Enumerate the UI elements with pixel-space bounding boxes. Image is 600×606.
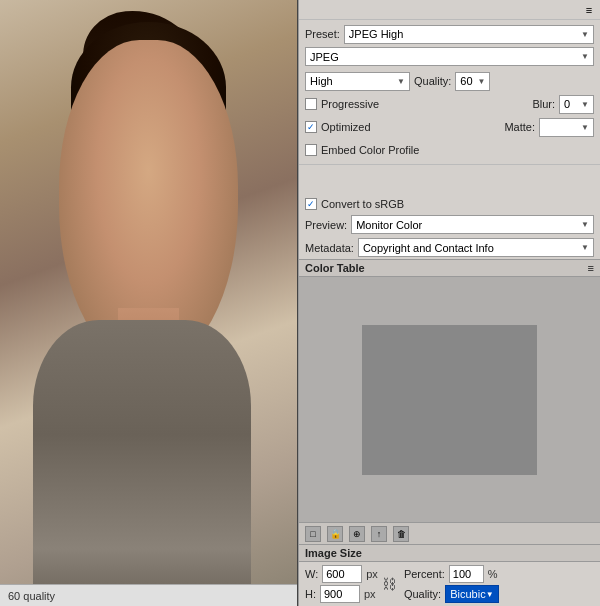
format-arrow: ▼ — [581, 52, 589, 61]
matte-select[interactable]: ▼ — [539, 118, 594, 137]
preview-select[interactable]: Monitor Color ▼ — [351, 215, 594, 234]
blur-value: 0 — [564, 98, 570, 110]
metadata-label: Metadata: — [305, 242, 354, 254]
metadata-value: Copyright and Contact Info — [363, 242, 494, 254]
size-wh-row: W: 600 px H: 900 px ⛓ — [305, 565, 594, 603]
size-wh-inputs: W: 600 px H: 900 px — [305, 565, 378, 603]
color-table-toolbar: □ 🔒 ⊕ ↑ 🗑 — [299, 522, 600, 544]
color-table-menu-icon[interactable]: ≡ — [588, 262, 594, 274]
metadata-row: Metadata: Copyright and Contact Info ▼ — [299, 236, 600, 259]
quality-row: High ▼ Quality: 60 ▼ — [305, 71, 594, 91]
embed-color-label: Embed Color Profile — [321, 144, 419, 156]
preview-row: Preview: Monitor Color ▼ — [299, 213, 600, 236]
quality-number: 60 — [460, 75, 472, 87]
right-panel: ≡ Preset: JPEG High ▼ JPEG ▼ High ▼ Qual — [298, 0, 600, 606]
preset-arrow: ▼ — [581, 30, 589, 39]
optimized-checkbox[interactable] — [305, 121, 317, 133]
width-value: 600 — [326, 568, 344, 580]
ct-export-icon[interactable]: ↑ — [371, 526, 387, 542]
progressive-label: Progressive — [321, 98, 379, 110]
embed-color-checkbox[interactable] — [305, 144, 317, 156]
preset-select[interactable]: JPEG High ▼ — [344, 25, 594, 44]
height-row: H: 900 px — [305, 585, 378, 603]
shirt — [33, 320, 251, 606]
format-row: JPEG ▼ — [305, 47, 594, 68]
preset-value: JPEG High — [349, 28, 403, 40]
quality-label: Quality: — [414, 75, 451, 87]
percent-input[interactable]: 100 — [449, 565, 484, 583]
ct-web-icon[interactable]: ⊕ — [349, 526, 365, 542]
matte-arrow: ▼ — [581, 123, 589, 132]
percent-label: Percent: — [404, 568, 445, 580]
quality-interp-select[interactable]: Bicubic ▼ — [445, 585, 498, 603]
settings-area: Preset: JPEG High ▼ JPEG ▼ High ▼ Qualit… — [299, 20, 600, 165]
width-row: W: 600 px — [305, 565, 378, 583]
image-size-title: Image Size — [305, 547, 362, 559]
quality-interp-row: Quality: Bicubic ▼ — [404, 585, 499, 603]
width-label: W: — [305, 568, 318, 580]
height-unit: px — [364, 588, 376, 600]
metadata-select[interactable]: Copyright and Contact Info ▼ — [358, 238, 594, 257]
panel-menubar: ≡ — [299, 0, 600, 20]
panel-menu-icon[interactable]: ≡ — [582, 3, 596, 17]
progressive-blur-row: Progressive Blur: 0 ▼ — [305, 94, 594, 114]
percent-row: Percent: 100 % — [404, 565, 499, 583]
ct-delete-icon[interactable]: 🗑 — [393, 526, 409, 542]
optimized-label: Optimized — [321, 121, 371, 133]
link-icon[interactable]: ⛓ — [382, 569, 396, 599]
embed-color-row: Embed Color Profile — [305, 140, 594, 160]
height-value: 900 — [324, 588, 342, 600]
ct-new-icon[interactable]: □ — [305, 526, 321, 542]
width-unit: px — [366, 568, 378, 580]
convert-checkbox[interactable] — [305, 198, 317, 210]
compression-select[interactable]: High ▼ — [305, 72, 410, 91]
convert-label: Convert to sRGB — [321, 198, 404, 210]
person-figure — [20, 10, 277, 606]
quality-interp-arrow: ▼ — [486, 590, 494, 599]
matte-label: Matte: — [504, 121, 535, 133]
quality-status: 60 quality — [8, 590, 55, 602]
spacer — [299, 165, 600, 195]
image-panel: 60 quality — [0, 0, 298, 606]
preview-arrow: ▼ — [581, 220, 589, 229]
format-value: JPEG — [310, 51, 339, 63]
blur-value-box[interactable]: 0 ▼ — [559, 95, 594, 114]
optimized-matte-row: Optimized Matte: ▼ — [305, 117, 594, 137]
preset-label: Preset: — [305, 28, 340, 40]
color-table-area — [299, 277, 600, 522]
preview-value: Monitor Color — [356, 219, 422, 231]
image-size-rows: W: 600 px H: 900 px ⛓ — [299, 562, 600, 606]
color-table-title: Color Table — [305, 262, 365, 274]
preview-label: Preview: — [305, 219, 347, 231]
photo-background — [0, 0, 297, 606]
percent-value: 100 — [453, 568, 471, 580]
quality-number-box[interactable]: 60 ▼ — [455, 72, 490, 91]
height-input[interactable]: 900 — [320, 585, 360, 603]
progressive-checkbox[interactable] — [305, 98, 317, 110]
status-bar: 60 quality — [0, 584, 297, 606]
metadata-arrow: ▼ — [581, 243, 589, 252]
blur-label: Blur: — [532, 98, 555, 110]
percent-quality-inputs: Percent: 100 % Quality: Bicubic ▼ — [404, 565, 499, 603]
format-select[interactable]: JPEG ▼ — [305, 47, 594, 66]
blur-arrow: ▼ — [581, 100, 589, 109]
preset-row: Preset: JPEG High ▼ — [305, 24, 594, 44]
quality-interp-value: Bicubic — [450, 588, 485, 600]
quality-interp-label: Quality: — [404, 588, 441, 600]
height-label: H: — [305, 588, 316, 600]
image-size-header: Image Size — [299, 544, 600, 562]
quality-level-value: High — [310, 75, 333, 87]
percent-unit: % — [488, 568, 498, 580]
quality-level-arrow: ▼ — [397, 77, 405, 86]
color-table-gray-box — [362, 325, 537, 475]
color-table-header: Color Table ≡ — [299, 259, 600, 277]
convert-row: Convert to sRGB — [299, 195, 600, 213]
ct-lock-icon[interactable]: 🔒 — [327, 526, 343, 542]
width-input[interactable]: 600 — [322, 565, 362, 583]
quality-number-arrow: ▼ — [477, 77, 485, 86]
